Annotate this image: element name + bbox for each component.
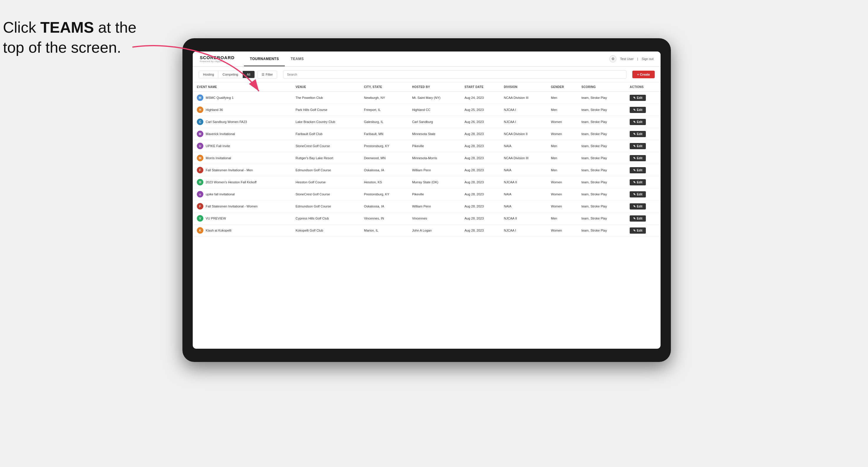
cell-city-state: Vincennes, IN [360, 213, 408, 224]
col-gender: GENDER [547, 83, 577, 92]
cell-event-name: C Carl Sandburg Women FA23 [193, 116, 291, 128]
edit-label: Edit [637, 132, 642, 136]
cell-division: NAIA [500, 164, 547, 176]
edit-button[interactable]: ✎ Edit [630, 179, 646, 185]
event-name-text: VU PREVIEW [206, 217, 226, 220]
cell-hosted-by: Minnesota State [408, 128, 460, 140]
edit-button[interactable]: ✎ Edit [630, 95, 646, 101]
edit-button[interactable]: ✎ Edit [630, 203, 646, 210]
cell-event-name: F Fall Statesmen Invitational - Men [193, 164, 291, 176]
cell-hosted-by: Mt. Saint Mary (NY) [408, 92, 460, 104]
cell-venue: StoneCrest Golf Course [291, 140, 360, 152]
filter-button[interactable]: ☰ Filter [257, 71, 277, 79]
cell-event-name: M Maverick Invitational [193, 128, 291, 140]
cell-start-date: Aug 25, 2023 [461, 104, 500, 116]
cell-city-state: Prestonsburg, KY [360, 188, 408, 200]
cell-scoring: team, Stroke Play [577, 116, 625, 128]
cell-division: NJCAA I [500, 104, 547, 116]
cell-venue: Cypress Hills Golf Club [291, 213, 360, 224]
edit-button[interactable]: ✎ Edit [630, 215, 646, 222]
filter-tab-all[interactable]: All [243, 71, 254, 78]
tab-teams[interactable]: TEAMS [285, 52, 310, 66]
settings-icon[interactable]: ⚙ [609, 55, 616, 62]
cell-start-date: Aug 28, 2023 [461, 224, 500, 237]
table-row: H Highland 36 Park Hills Golf CourseFree… [193, 104, 660, 116]
cell-division: NAIA [500, 140, 547, 152]
edit-button[interactable]: ✎ Edit [630, 155, 646, 161]
event-name-text: UPIKE Fall Invite [206, 144, 230, 148]
cell-division: NCAA Division II [500, 128, 547, 140]
team-icon: K [197, 227, 203, 234]
edit-label: Edit [637, 108, 642, 112]
cell-gender: Men [547, 152, 577, 164]
tab-tournaments[interactable]: TOURNAMENTS [244, 52, 285, 66]
cell-gender: Women [547, 188, 577, 200]
cell-event-name: H Highland 36 [193, 104, 291, 116]
col-hosted-by: HOSTED BY [408, 83, 460, 92]
separator: | [637, 57, 638, 61]
cell-venue: StoneCrest Golf Course [291, 188, 360, 200]
cell-venue: Kokopelli Golf Club [291, 224, 360, 237]
cell-scoring: team, Stroke Play [577, 188, 625, 200]
edit-button[interactable]: ✎ Edit [630, 191, 646, 197]
cell-event-name: M Morris Invitational [193, 152, 291, 164]
signout-link[interactable]: Sign out [642, 57, 653, 61]
cell-division: NJCAA II [500, 213, 547, 224]
edit-label: Edit [637, 229, 642, 232]
cell-actions: ✎ Edit [625, 152, 660, 164]
edit-button[interactable]: ✎ Edit [630, 143, 646, 149]
col-city-state: CITY, STATE [360, 83, 408, 92]
table-row: K Klash at Kokopelli Kokopelli Golf Club… [193, 224, 660, 237]
cell-scoring: team, Stroke Play [577, 104, 625, 116]
annotation-text: Click TEAMS at thetop of the screen. [3, 18, 136, 57]
team-icon: F [197, 167, 203, 173]
cell-start-date: Aug 28, 2023 [461, 164, 500, 176]
header-right: ⚙ Test User | Sign out [609, 55, 653, 62]
edit-button[interactable]: ✎ Edit [630, 167, 646, 173]
cell-event-name: V VU PREVIEW [193, 213, 291, 224]
toolbar: Hosting Competing All ☰ Filter + Create [193, 67, 660, 83]
team-icon: u [197, 191, 203, 197]
search-input[interactable] [283, 70, 626, 79]
cell-gender: Women [547, 176, 577, 188]
cell-scoring: team, Stroke Play [577, 213, 625, 224]
event-name-text: MSMC Qualifying 1 [206, 96, 234, 99]
cell-actions: ✎ Edit [625, 176, 660, 188]
cell-scoring: team, Stroke Play [577, 152, 625, 164]
cell-scoring: team, Stroke Play [577, 200, 625, 213]
cell-actions: ✎ Edit [625, 188, 660, 200]
table-container: EVENT NAME VENUE CITY, STATE HOSTED BY S… [193, 83, 660, 349]
cell-start-date: Aug 28, 2023 [461, 213, 500, 224]
cell-start-date: Aug 24, 2023 [461, 92, 500, 104]
cell-hosted-by: Carl Sandburg [408, 116, 460, 128]
filter-icon: ☰ [261, 73, 265, 76]
edit-button[interactable]: ✎ Edit [630, 227, 646, 234]
cell-gender: Men [547, 213, 577, 224]
edit-icon: ✎ [633, 229, 636, 232]
cell-scoring: team, Stroke Play [577, 176, 625, 188]
cell-start-date: Aug 28, 2023 [461, 188, 500, 200]
cell-actions: ✎ Edit [625, 128, 660, 140]
cell-scoring: team, Stroke Play [577, 224, 625, 237]
edit-button[interactable]: ✎ Edit [630, 119, 646, 125]
event-name-text: Maverick Invitational [206, 132, 235, 136]
cell-event-name: F Fall Statesmen Invitational - Women [193, 200, 291, 213]
edit-icon: ✎ [633, 145, 636, 148]
filter-tab-hosting[interactable]: Hosting [199, 71, 218, 78]
cell-start-date: Aug 26, 2023 [461, 116, 500, 128]
table-row: M MSMC Qualifying 1 The Powelton ClubNew… [193, 92, 660, 104]
filter-tab-competing[interactable]: Competing [218, 71, 243, 78]
annotation-bold: TEAMS [40, 19, 94, 36]
edit-label: Edit [637, 120, 642, 124]
col-venue: VENUE [291, 83, 360, 92]
cell-actions: ✎ Edit [625, 104, 660, 116]
edit-icon: ✎ [633, 157, 636, 160]
create-button[interactable]: + Create [632, 71, 655, 78]
event-name-text: upike fall invitational [206, 192, 235, 196]
cell-event-name: H 2023 Women's Hesston Fall Kickoff [193, 176, 291, 188]
logo-title: SCOREBOARD [200, 55, 235, 60]
edit-button[interactable]: ✎ Edit [630, 107, 646, 113]
nav-tabs: TOURNAMENTS TEAMS [244, 52, 609, 66]
edit-button[interactable]: ✎ Edit [630, 131, 646, 137]
cell-hosted-by: Pikeville [408, 140, 460, 152]
